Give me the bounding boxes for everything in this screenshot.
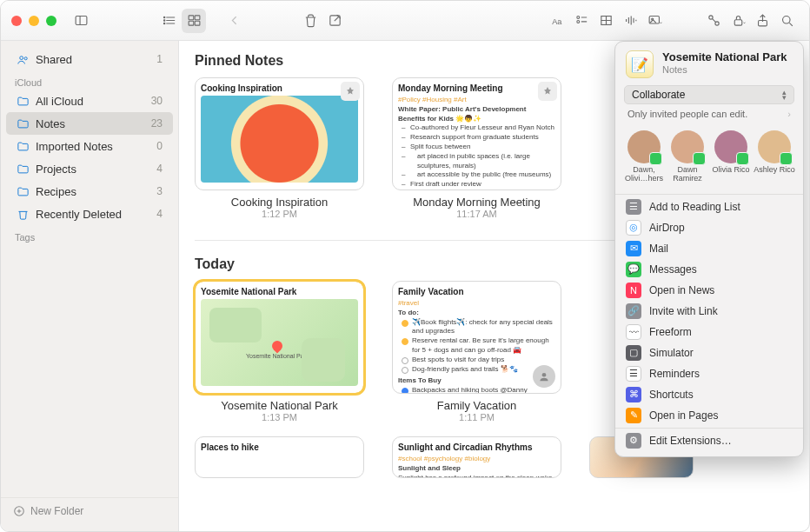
new-folder-button[interactable]: New Folder [1,497,178,524]
sidebar-shared[interactable]: Shared 1 [6,48,173,70]
window-titlebar: Aa ⌄ ⌄ [1,1,809,41]
share-action[interactable]: 〰Freeform [615,322,803,342]
share-popover: 📝 Yosemite National Park Notes Collabora… [614,41,804,457]
minimize-window-button[interactable] [29,16,39,26]
svg-rect-11 [195,21,200,25]
close-window-button[interactable] [11,16,22,26]
share-action[interactable]: NOpen in News [615,280,803,301]
share-action[interactable]: ✎Open in Pages [615,405,803,426]
share-person[interactable]: Dawn, Olivi…hers [623,130,665,183]
map-thumbnail: Yosemite National Park [201,299,358,386]
audio-button[interactable] [618,9,642,33]
sidebar-item-count: 1 [156,53,163,65]
shared-avatar-icon [533,365,555,388]
chevron-right-icon: › [787,109,791,119]
svg-rect-8 [189,16,194,20]
share-note-title: Yosemite National Park [662,50,787,64]
share-action[interactable]: ☰Add to Reading List [615,196,803,217]
folder-icon [15,95,30,108]
share-button[interactable] [750,9,774,33]
share-action[interactable]: ✉Mail [615,238,803,259]
pin-icon[interactable] [341,82,360,101]
svg-text:⌄: ⌄ [659,19,662,24]
svg-point-6 [163,20,164,21]
share-action[interactable]: ▢Simulator [615,342,803,363]
note-card-cooking[interactable]: Cooking Inspiration Cooking Inspiration … [195,77,364,219]
svg-text:⌄: ⌄ [742,19,746,24]
svg-point-39 [19,56,23,59]
svg-point-44 [542,373,547,377]
folder-icon [15,140,30,153]
window-controls [11,16,56,26]
share-action[interactable]: ⌘Shortcuts [615,384,803,405]
trash-icon [15,208,30,221]
svg-rect-9 [195,16,200,20]
search-button[interactable] [774,9,799,33]
share-action[interactable]: ◎AirDrop [615,217,803,238]
sidebar-item-notes[interactable]: Notes 23 [6,112,173,135]
svg-point-5 [163,17,164,17]
svg-rect-0 [76,17,87,25]
delete-button[interactable] [298,9,322,33]
note-card-hike[interactable]: Places to hike [195,436,364,478]
share-action[interactable]: ☰Reminders [615,363,803,384]
link-button[interactable] [701,9,726,33]
zoom-window-button[interactable] [46,16,56,26]
svg-line-38 [789,23,793,26]
folder-icon [15,163,30,176]
share-edit-extensions[interactable]: ⚙ Edit Extensions… [615,430,803,451]
format-button[interactable]: Aa [545,9,569,33]
notes-app-icon: 📝 [626,50,654,78]
share-action[interactable]: 💬Messages [615,259,803,280]
svg-point-18 [576,21,579,23]
shared-icon [15,53,30,66]
note-card-yosemite[interactable]: Yosemite National Park Yosemite National… [195,281,364,422]
sidebar-item-imported[interactable]: Imported Notes 0 [6,135,173,157]
share-note-subtitle: Notes [662,64,787,75]
sidebar-item-label: Shared [36,53,156,66]
svg-rect-10 [189,21,194,25]
folder-icon [15,185,30,198]
gallery-view-button[interactable] [182,9,206,33]
svg-rect-34 [734,20,742,25]
share-mode-select[interactable]: Collaborate ▴▾ [624,85,794,104]
sidebar-item-trash[interactable]: Recently Deleted 4 [6,203,173,225]
svg-text:Aa: Aa [552,17,562,26]
media-button[interactable]: ⌄ [642,9,667,33]
sidebar-section-icloud: iCloud [1,70,178,90]
share-person[interactable]: Olivia Rico [710,130,752,183]
table-button[interactable] [594,9,618,33]
note-card-sunlight[interactable]: Sunlight and Circadian Rhythms #school #… [392,436,561,478]
svg-line-14 [334,17,338,21]
svg-point-7 [163,23,164,23]
note-thumbnail [201,96,358,183]
toggle-sidebar-button[interactable] [69,9,93,33]
note-card-vacation[interactable]: Family Vacation #travel To do: ✈️Book fl… [392,281,561,422]
lock-button[interactable]: ⌄ [726,9,750,33]
back-button[interactable] [222,9,246,33]
pin-icon[interactable] [538,82,557,101]
svg-line-33 [712,18,715,22]
share-person[interactable]: Ashley Rico [754,130,795,183]
checklist-button[interactable] [569,9,594,33]
share-person[interactable]: Dawn Ramirez [667,130,708,183]
chevron-updown-icon: ▴▾ [782,90,787,100]
sidebar: Shared 1 iCloud All iCloud 30 Notes 23 I… [1,41,179,531]
sidebar-section-tags: Tags [1,225,178,244]
svg-point-37 [782,17,790,24]
share-action[interactable]: 🔗Invite with Link [615,301,803,322]
sidebar-item-projects[interactable]: Projects 4 [6,157,173,180]
note-card-meeting[interactable]: Monday Morning Meeting #Policy #Housing … [392,77,561,219]
list-view-button[interactable] [157,9,182,33]
svg-point-16 [576,17,579,19]
share-people-row: Dawn, Olivi…hers Dawn Ramirez Olivia Ric… [615,127,803,192]
folder-icon [15,117,30,130]
new-note-button[interactable] [322,9,347,33]
sidebar-item-all-icloud[interactable]: All iCloud 30 [6,90,173,112]
svg-point-40 [24,57,27,59]
share-permission-row[interactable]: Only invited people can edit. › [624,106,794,122]
sidebar-item-recipes[interactable]: Recipes 3 [6,180,173,203]
